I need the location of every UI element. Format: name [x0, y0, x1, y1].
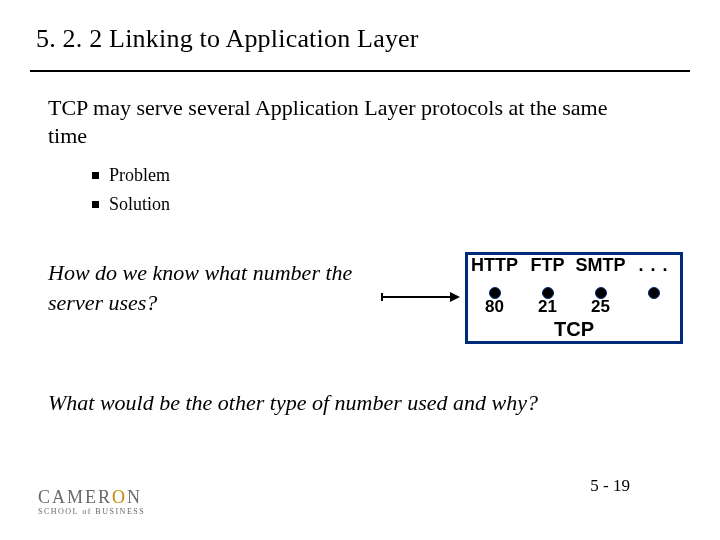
- bullet-item: Problem: [92, 162, 170, 189]
- protocol-row: HTTP FTP SMTP . . .: [468, 253, 680, 276]
- protocol-label: HTTP: [468, 253, 521, 276]
- protocol-label: FTP: [521, 253, 574, 276]
- bullet-list: Problem Solution: [92, 162, 170, 220]
- square-bullet-icon: [92, 172, 99, 179]
- cameron-logo: CAMERON SCHOOL of BUSINESS: [38, 488, 145, 516]
- intro-text: TCP may serve several Application Layer …: [48, 94, 628, 149]
- tcp-ports-diagram: HTTP FTP SMTP . . . 80 21 25 TCP: [465, 252, 683, 344]
- slide-title: 5. 2. 2 Linking to Application Layer: [36, 24, 684, 54]
- arrow-icon: [380, 290, 460, 304]
- port-number: 25: [574, 297, 627, 317]
- logo-text: N: [127, 487, 142, 507]
- slide: 5. 2. 2 Linking to Application Layer TCP…: [0, 0, 720, 540]
- logo-text-accent: O: [112, 487, 127, 507]
- logo-subtext: SCHOOL of BUSINESS: [38, 508, 145, 516]
- question-1: How do we know what number the server us…: [48, 258, 378, 317]
- port-number: 80: [468, 297, 521, 317]
- question-2: What would be the other type of number u…: [48, 390, 648, 416]
- ellipsis-label: . . .: [627, 253, 680, 276]
- port-row: 80 21 25: [468, 297, 680, 317]
- logo-text: CAMER: [38, 487, 112, 507]
- bullet-item: Solution: [92, 191, 170, 218]
- page-number: 5 - 19: [590, 476, 630, 496]
- title-underline: [30, 70, 690, 72]
- svg-marker-1: [450, 292, 460, 302]
- protocol-label: SMTP: [574, 253, 627, 276]
- bullet-label: Problem: [109, 165, 170, 185]
- port-number: [627, 297, 680, 317]
- tcp-label: TCP: [468, 318, 680, 341]
- port-number: 21: [521, 297, 574, 317]
- square-bullet-icon: [92, 201, 99, 208]
- bullet-label: Solution: [109, 194, 170, 214]
